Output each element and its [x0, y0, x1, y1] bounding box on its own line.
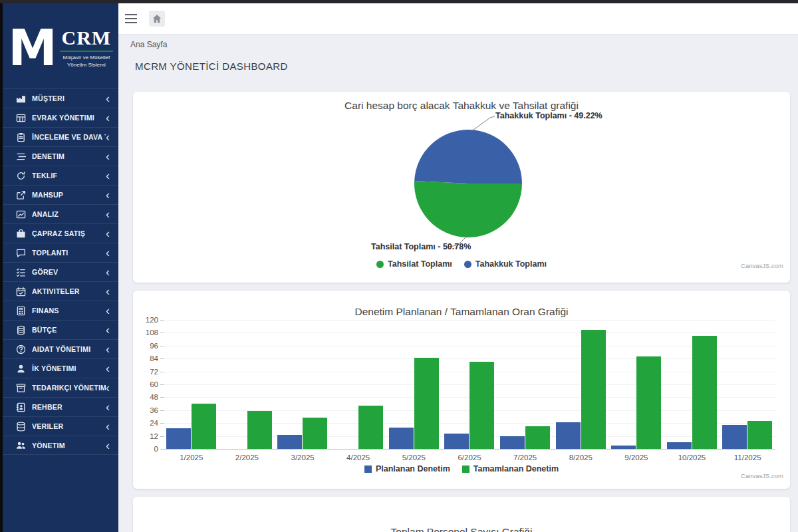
axis-tick	[160, 397, 164, 398]
sidebar-item-finans[interactable]: FINANS‹	[3, 301, 118, 320]
bar-tamamlanan-denetim-7-2025[interactable]	[525, 426, 550, 449]
chevron-left-icon: ‹	[106, 288, 110, 295]
gridline	[164, 449, 775, 450]
legend-item-tamamlanan-denetim[interactable]: Tamamlanan Denetim	[462, 464, 559, 473]
bar-planlanan-denetim-6-2025[interactable]	[444, 434, 469, 449]
personnel-chart-card: Toplam Personel Sayısı Grafiği	[133, 497, 790, 532]
sidebar-item-label: MÜŞTERI	[32, 94, 106, 102]
bar-planlanan-denetim-10-2025[interactable]	[667, 442, 692, 449]
sidebar-item-bütçe[interactable]: BÜTÇE‹	[3, 320, 118, 339]
sidebar-item-evrak-yönetimi[interactable]: EVRAK YÖNETIMI‹	[3, 108, 118, 127]
sidebar-item-teklif[interactable]: TEKLIF‹	[3, 166, 118, 185]
legend-swatch	[376, 261, 384, 268]
bar-tamamlanan-denetim-2-2025[interactable]	[247, 411, 272, 449]
y-axis-label: 0	[133, 445, 158, 453]
question-circle-icon	[16, 344, 26, 354]
axis-tick	[160, 320, 164, 321]
chevron-left-icon: ‹	[106, 346, 110, 352]
gridline	[164, 346, 775, 346]
address-book-icon	[16, 402, 26, 412]
pie-callout-tahakkuk: Tahakkuk Toplamı - 49.22%	[495, 111, 602, 120]
sidebar-item-label: TOPLANTI	[32, 249, 106, 257]
sidebar-item-label: TEDARIKÇI YÖNETIMI	[32, 384, 106, 392]
sidebar-item-aidat-yönetimi[interactable]: AIDAT YÖNETIMI‹	[3, 339, 118, 358]
chevron-left-icon: ‹	[106, 153, 110, 160]
legend-item-planlanan-denetim[interactable]: Planlanan Denetim	[364, 464, 450, 473]
bar-planlanan-denetim-9-2025[interactable]	[611, 446, 636, 449]
bar-tamamlanan-denetim-11-2025[interactable]	[747, 421, 772, 449]
page-title: MCRM YÖNETİCİ DASHBOARD	[135, 61, 790, 72]
hamburger-menu-icon[interactable]	[124, 13, 138, 24]
bar-planlanan-denetim-3-2025[interactable]	[277, 435, 302, 449]
users-icon	[16, 440, 26, 450]
sidebar-item-analiz[interactable]: ANALIZ‹	[3, 204, 118, 223]
chevron-left-icon: ‹	[106, 114, 110, 121]
x-axis-label: 1/2025	[164, 454, 219, 462]
legend-item-tahakkuk-toplamı[interactable]: Tahakkuk Toplamı	[464, 259, 547, 269]
x-axis-label: 2/2025	[219, 454, 275, 462]
bar-tamamlanan-denetim-10-2025[interactable]	[692, 336, 717, 449]
bar-planlanan-denetim-7-2025[interactable]	[500, 436, 525, 449]
legend-label: Tamamlanan Denetim	[473, 464, 559, 473]
pie-chart[interactable]	[133, 92, 790, 283]
sidebar-item-görev[interactable]: GÖREV‹	[3, 262, 118, 281]
sidebar-item-label: AKTIVITELER	[32, 287, 106, 295]
sidebar-item-müşteri[interactable]: MÜŞTERI‹	[3, 88, 118, 108]
sidebar-item-mahsup[interactable]: MAHSUP‹	[3, 185, 118, 204]
pie-leader-line	[471, 116, 495, 132]
bar-tamamlanan-denetim-8-2025[interactable]	[581, 330, 606, 450]
chevron-left-icon: ‹	[106, 172, 110, 179]
axis-tick	[160, 449, 164, 450]
x-axis-label: 10/2025	[664, 454, 720, 462]
chevron-left-icon: ‹	[106, 269, 110, 275]
chart-line-icon	[16, 209, 26, 219]
canvasjs-watermark[interactable]: CanvasJS.com	[741, 262, 783, 269]
sidebar-item-veriler[interactable]: VERILER‹	[3, 416, 118, 436]
sidebar-item-rehber[interactable]: REHBER‹	[3, 397, 118, 416]
bar-tamamlanan-denetim-6-2025[interactable]	[469, 362, 494, 449]
bar-tamamlanan-denetim-1-2025[interactable]	[192, 404, 216, 449]
pie-slice-tahakkuk-toplamı[interactable]	[414, 130, 522, 184]
bar-chart-card: Denetim Planlanan / Tamamlanan Oran Graf…	[133, 291, 790, 489]
sidebar-item-label: TEKLIF	[32, 172, 106, 180]
bar-planlanan-denetim-5-2025[interactable]	[389, 428, 414, 449]
x-axis-label: 11/2025	[720, 454, 775, 462]
bar-tamamlanan-denetim-9-2025[interactable]	[636, 356, 661, 449]
bar-planlanan-denetim-8-2025[interactable]	[556, 422, 581, 449]
sync-icon	[16, 171, 26, 181]
sidebar-item-tedarikçi-yönetimi[interactable]: TEDARIKÇI YÖNETIMI‹	[3, 378, 118, 397]
sidebar-nav: MÜŞTERI‹EVRAK YÖNETIMI‹İNCELEME VE DAVA …	[3, 88, 118, 455]
bar-planlanan-denetim-1-2025[interactable]	[166, 428, 191, 449]
bar-chart[interactable]: 120108968472604836241201/20252/20253/202…	[133, 291, 790, 489]
sidebar-item-yönetim[interactable]: YÖNETIM‹	[3, 436, 118, 455]
sidebar-item-aktiviteler[interactable]: AKTIVITELER‹	[3, 281, 118, 301]
x-axis-label: 8/2025	[553, 454, 609, 462]
sidebar-item-i̇nceleme-ve-dava-takip[interactable]: İNCELEME VE DAVA TAKIP‹	[3, 127, 118, 146]
pie-slice-tahsilat-toplamı[interactable]	[414, 181, 522, 237]
bar-planlanan-denetim-11-2025[interactable]	[722, 425, 747, 449]
topbar	[118, 0, 798, 35]
content: Ana Sayfa MCRM YÖNETİCİ DASHBOARD Cari h…	[118, 35, 798, 532]
chevron-left-icon: ‹	[106, 384, 110, 391]
bar-tamamlanan-denetim-5-2025[interactable]	[414, 358, 439, 449]
home-button[interactable]	[149, 11, 165, 27]
y-axis-label: 12	[133, 432, 158, 440]
sidebar-item-çapraz-satiş[interactable]: ÇAPRAZ SATIŞ‹	[3, 223, 118, 243]
sidebar-item-denetim[interactable]: DENETIM‹	[3, 146, 118, 166]
calendar-check-icon	[16, 287, 26, 297]
sidebar-item-label: İNCELEME VE DAVA TAKIP	[32, 133, 106, 141]
sidebar-item-label: MAHSUP	[32, 191, 106, 199]
bar-tamamlanan-denetim-3-2025[interactable]	[303, 418, 327, 449]
gridline	[164, 332, 775, 333]
legend-item-tahsilat-toplamı[interactable]: Tahsilat Toplamı	[376, 259, 452, 269]
legend-label: Planlanan Denetim	[376, 464, 450, 473]
bar-tamamlanan-denetim-4-2025[interactable]	[358, 406, 383, 449]
sidebar-item-label: GÖREV	[32, 268, 106, 276]
canvasjs-watermark[interactable]: CanvasJS.com	[741, 472, 783, 479]
logo-monogram: M	[8, 25, 57, 70]
legend-label: Tahsilat Toplamı	[388, 259, 452, 269]
app-logo[interactable]: M CRM Müşavir ve Mükellef Yönetim Sistem…	[3, 0, 118, 87]
sidebar-item-i̇k-yönetimi[interactable]: İK YÖNETIMI‹	[3, 358, 118, 378]
sidebar-item-toplanti[interactable]: TOPLANTI‹	[3, 243, 118, 262]
breadcrumb[interactable]: Ana Sayfa	[130, 40, 790, 49]
